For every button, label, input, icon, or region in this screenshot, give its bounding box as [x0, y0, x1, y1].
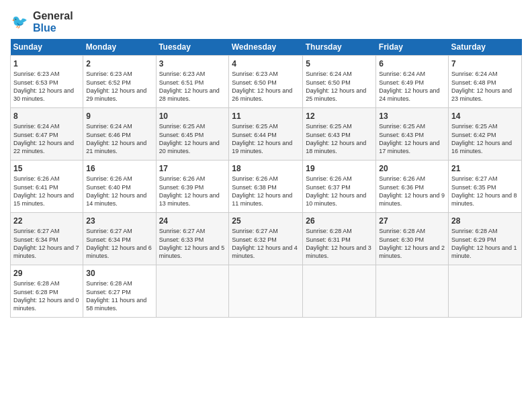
day-number: 28: [451, 216, 519, 226]
weekday-header: Thursday: [303, 39, 376, 56]
day-number: 6: [379, 58, 445, 69]
weekday-header: Saturday: [449, 39, 522, 56]
daylight-text: Daylight: 12 hours and 28 minutes.: [159, 87, 220, 102]
sunset-text: Sunset: 6:49 PM: [379, 79, 424, 86]
day-number: 19: [306, 163, 373, 174]
sunrise-text: Sunrise: 6:26 AM: [86, 175, 132, 182]
sunset-text: Sunset: 6:43 PM: [379, 132, 424, 138]
day-number: 21: [451, 163, 519, 174]
calendar-cell: 25Sunrise: 6:27 AMSunset: 6:32 PMDayligh…: [229, 213, 303, 265]
calendar-cell: 23Sunrise: 6:27 AMSunset: 6:34 PMDayligh…: [83, 213, 156, 265]
day-number: 9: [86, 111, 152, 122]
sunrise-text: Sunrise: 6:28 AM: [379, 228, 425, 234]
day-number: 14: [451, 111, 519, 122]
calendar-cell: 12Sunrise: 6:25 AMSunset: 6:43 PMDayligh…: [303, 108, 376, 161]
daylight-text: Daylight: 12 hours and 16 minutes.: [451, 140, 512, 154]
day-number: 3: [159, 58, 226, 69]
sunrise-text: Sunrise: 6:25 AM: [232, 123, 278, 130]
calendar-cell: [303, 265, 376, 318]
sunset-text: Sunset: 6:44 PM: [232, 132, 277, 138]
calendar-cell: [229, 265, 303, 318]
day-number: 24: [159, 216, 226, 226]
header-row: SundayMondayTuesdayWednesdayThursdayFrid…: [11, 39, 522, 56]
sunset-text: Sunset: 6:39 PM: [159, 184, 204, 191]
calendar-cell: 27Sunrise: 6:28 AMSunset: 6:30 PMDayligh…: [376, 213, 449, 265]
day-number: 26: [306, 216, 373, 226]
sunset-text: Sunset: 6:47 PM: [13, 132, 58, 138]
day-number: 18: [232, 163, 300, 174]
sunset-text: Sunset: 6:42 PM: [451, 132, 496, 138]
calendar-cell: 21Sunrise: 6:27 AMSunset: 6:35 PMDayligh…: [449, 161, 522, 213]
daylight-text: Daylight: 11 hours and 58 minutes.: [86, 297, 146, 312]
weekday-header: Wednesday: [229, 39, 303, 56]
sunrise-text: Sunrise: 6:28 AM: [13, 280, 60, 287]
sunset-text: Sunset: 6:41 PM: [13, 184, 58, 191]
sunrise-text: Sunrise: 6:24 AM: [379, 71, 425, 77]
daylight-text: Daylight: 12 hours and 9 minutes.: [379, 192, 445, 207]
sunset-text: Sunset: 6:27 PM: [86, 289, 131, 295]
daylight-text: Daylight: 12 hours and 10 minutes.: [306, 192, 366, 207]
calendar-cell: [449, 265, 522, 318]
sunrise-text: Sunrise: 6:26 AM: [232, 175, 278, 182]
sunrise-text: Sunrise: 6:27 AM: [86, 228, 132, 234]
day-number: 15: [13, 163, 80, 174]
svg-text:🐦: 🐦: [11, 13, 28, 30]
sunrise-text: Sunrise: 6:23 AM: [86, 71, 132, 77]
sunset-text: Sunset: 6:28 PM: [13, 289, 58, 295]
sunset-text: Sunset: 6:34 PM: [86, 236, 131, 243]
sunset-text: Sunset: 6:29 PM: [451, 236, 496, 243]
sunset-text: Sunset: 6:53 PM: [13, 79, 58, 86]
sunrise-text: Sunrise: 6:23 AM: [232, 71, 278, 77]
daylight-text: Daylight: 12 hours and 29 minutes.: [86, 87, 146, 102]
day-number: 11: [232, 111, 300, 122]
page-container: 🐦 General Blue SundayMondayTuesdayWednes…: [0, 0, 532, 324]
calendar-table: SundayMondayTuesdayWednesdayThursdayFrid…: [10, 39, 522, 318]
daylight-text: Daylight: 12 hours and 24 minutes.: [379, 87, 439, 102]
sunrise-text: Sunrise: 6:27 AM: [159, 228, 206, 234]
page-header: 🐦 General Blue: [10, 10, 522, 34]
sunrise-text: Sunrise: 6:25 AM: [306, 123, 352, 130]
sunrise-text: Sunrise: 6:26 AM: [306, 175, 352, 182]
sunrise-text: Sunrise: 6:25 AM: [451, 123, 498, 130]
calendar-week-row: 29Sunrise: 6:28 AMSunset: 6:28 PMDayligh…: [11, 265, 522, 318]
sunset-text: Sunset: 6:40 PM: [86, 184, 131, 191]
day-number: 12: [306, 111, 373, 122]
daylight-text: Daylight: 12 hours and 26 minutes.: [232, 87, 292, 102]
daylight-text: Daylight: 12 hours and 6 minutes.: [86, 244, 152, 259]
weekday-header: Friday: [376, 39, 449, 56]
sunrise-text: Sunrise: 6:26 AM: [159, 175, 206, 182]
calendar-cell: 8Sunrise: 6:24 AMSunset: 6:47 PMDaylight…: [11, 108, 83, 161]
sunrise-text: Sunrise: 6:25 AM: [379, 123, 425, 130]
day-number: 23: [86, 216, 152, 226]
sunrise-text: Sunrise: 6:27 AM: [232, 228, 278, 234]
weekday-header: Sunday: [11, 39, 83, 56]
calendar-cell: 7Sunrise: 6:24 AMSunset: 6:48 PMDaylight…: [449, 56, 522, 108]
sunrise-text: Sunrise: 6:23 AM: [13, 71, 60, 77]
calendar-cell: [376, 265, 449, 318]
day-number: 10: [159, 111, 226, 122]
calendar-cell: 2Sunrise: 6:23 AMSunset: 6:52 PMDaylight…: [83, 56, 156, 108]
day-number: 22: [13, 216, 80, 226]
sunrise-text: Sunrise: 6:26 AM: [13, 175, 60, 182]
calendar-cell: 11Sunrise: 6:25 AMSunset: 6:44 PMDayligh…: [229, 108, 303, 161]
daylight-text: Daylight: 12 hours and 21 minutes.: [86, 140, 146, 154]
daylight-text: Daylight: 12 hours and 23 minutes.: [451, 87, 512, 102]
calendar-cell: 4Sunrise: 6:23 AMSunset: 6:50 PMDaylight…: [229, 56, 303, 108]
day-number: 25: [232, 216, 300, 226]
calendar-week-row: 1Sunrise: 6:23 AMSunset: 6:53 PMDaylight…: [11, 56, 522, 108]
daylight-text: Daylight: 12 hours and 25 minutes.: [306, 87, 366, 102]
calendar-cell: 15Sunrise: 6:26 AMSunset: 6:41 PMDayligh…: [11, 161, 83, 213]
daylight-text: Daylight: 12 hours and 18 minutes.: [306, 140, 366, 154]
calendar-cell: 28Sunrise: 6:28 AMSunset: 6:29 PMDayligh…: [449, 213, 522, 265]
day-number: 1: [13, 58, 80, 69]
sunset-text: Sunset: 6:45 PM: [159, 132, 204, 138]
daylight-text: Daylight: 12 hours and 2 minutes.: [379, 244, 445, 259]
day-number: 27: [379, 216, 445, 226]
sunset-text: Sunset: 6:35 PM: [451, 184, 496, 191]
sunset-text: Sunset: 6:52 PM: [86, 79, 131, 86]
daylight-text: Daylight: 12 hours and 13 minutes.: [159, 192, 220, 207]
sunset-text: Sunset: 6:43 PM: [306, 132, 351, 138]
day-number: 7: [451, 58, 519, 69]
daylight-text: Daylight: 12 hours and 20 minutes.: [159, 140, 220, 154]
daylight-text: Daylight: 12 hours and 17 minutes.: [379, 140, 439, 154]
